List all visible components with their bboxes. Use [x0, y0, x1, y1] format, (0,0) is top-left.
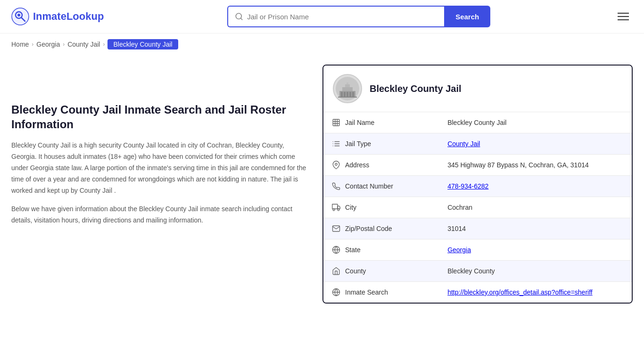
page-desc-1: Bleckley County Jail is a high security …: [11, 140, 308, 196]
row-label-cell: Contact Number: [323, 176, 439, 197]
page-desc-2: Below we have given information about th…: [11, 204, 308, 226]
svg-point-3: [17, 14, 20, 16]
row-label: Address: [345, 161, 369, 169]
row-label: Jail Type: [345, 140, 371, 148]
row-value-link[interactable]: Georgia: [447, 246, 471, 254]
svg-rect-16: [338, 97, 357, 98]
table-row: Contact Number478-934-6282: [323, 176, 632, 197]
table-row: Jail NameBleckley County Jail: [323, 112, 632, 133]
row-label: Inmate Search: [345, 288, 388, 296]
row-label: State: [345, 246, 361, 254]
breadcrumb-home[interactable]: Home: [11, 41, 29, 48]
table-row: Inmate Searchhttp://bleckley.org/offices…: [323, 282, 632, 303]
main-content: Bleckley County Jail Inmate Search and J…: [0, 55, 644, 322]
svg-rect-8: [342, 87, 353, 91]
breadcrumb-county-jail[interactable]: County Jail: [67, 41, 100, 48]
row-value-cell: Cochran: [439, 197, 632, 218]
hamburger-line: [618, 16, 629, 17]
svg-line-5: [241, 18, 242, 19]
breadcrumb-georgia[interactable]: Georgia: [36, 41, 60, 48]
row-value-cell[interactable]: County Jail: [439, 133, 632, 155]
row-value-cell[interactable]: Georgia: [439, 239, 632, 261]
svg-point-32: [338, 209, 339, 211]
row-label: City: [345, 204, 356, 211]
row-value-cell[interactable]: http://bleckley.org/offices_detail.asp?o…: [439, 282, 632, 303]
row-value-cell: 345 Highway 87 Bypass N, Cochran, GA, 31…: [439, 155, 632, 176]
svg-rect-10: [347, 82, 348, 84]
logo[interactable]: InmateLookup: [11, 8, 104, 25]
svg-rect-29: [332, 204, 338, 209]
row-label-cell: Inmate Search: [323, 282, 439, 303]
breadcrumb: Home › Georgia › County Jail › Bleckley …: [0, 33, 644, 55]
svg-point-28: [335, 163, 338, 165]
row-value-cell[interactable]: 478-934-6282: [439, 176, 632, 197]
logo-icon: [11, 8, 29, 25]
svg-rect-12: [344, 92, 346, 97]
search-area: Search: [227, 6, 490, 27]
svg-rect-13: [347, 92, 348, 97]
row-label: Jail Name: [345, 119, 374, 126]
row-value-cell: 31014: [439, 218, 632, 239]
breadcrumb-sep: ›: [63, 41, 65, 48]
row-value-cell: Bleckley County: [439, 261, 632, 282]
hamburger-line: [618, 19, 629, 20]
card-header: Bleckley County Jail: [323, 66, 632, 112]
row-value-link[interactable]: County Jail: [447, 140, 480, 148]
svg-point-31: [333, 209, 335, 211]
svg-rect-9: [345, 84, 350, 87]
search-wrapper: [227, 6, 444, 27]
row-label-cell: State: [323, 239, 439, 261]
info-card: Bleckley County Jail Jail NameBleckley C…: [322, 65, 633, 304]
page-title: Bleckley County Jail Inmate Search and J…: [11, 102, 308, 132]
hamburger-button[interactable]: [614, 9, 633, 24]
search-icon: [235, 12, 243, 21]
svg-rect-17: [333, 119, 339, 126]
table-row: CityCochran: [323, 197, 632, 218]
svg-marker-30: [338, 206, 340, 209]
row-label: County: [345, 267, 366, 275]
breadcrumb-current: Bleckley County Jail: [107, 39, 178, 49]
logo-text: InmateLookup: [33, 10, 104, 23]
table-row: CountyBleckley County: [323, 261, 632, 282]
search-input[interactable]: [247, 13, 438, 21]
courthouse-image: [336, 77, 359, 100]
header: InmateLookup Search: [0, 0, 644, 33]
row-label-cell: Zip/Postal Code: [323, 218, 439, 239]
row-label-cell: County: [323, 261, 439, 282]
info-table: Jail NameBleckley County JailJail TypeCo…: [323, 112, 632, 303]
right-column: Bleckley County Jail Jail NameBleckley C…: [322, 65, 633, 304]
svg-rect-11: [341, 92, 343, 97]
row-value-cell: Bleckley County Jail: [439, 112, 632, 133]
row-label-cell: Jail Type: [323, 133, 439, 155]
row-value-link[interactable]: 478-934-6282: [447, 182, 488, 190]
jail-avatar: [333, 74, 362, 103]
card-title: Bleckley County Jail: [370, 83, 462, 94]
table-row: Address345 Highway 87 Bypass N, Cochran,…: [323, 155, 632, 176]
search-button[interactable]: Search: [444, 6, 490, 27]
table-row: Zip/Postal Code31014: [323, 218, 632, 239]
svg-rect-14: [349, 92, 351, 97]
row-label: Contact Number: [345, 182, 393, 190]
row-value-link[interactable]: http://bleckley.org/offices_detail.asp?o…: [447, 288, 593, 296]
row-label-cell: City: [323, 197, 439, 218]
svg-rect-15: [352, 92, 354, 97]
svg-point-0: [12, 8, 29, 25]
hamburger-line: [618, 13, 629, 14]
breadcrumb-sep: ›: [32, 41, 33, 48]
table-row: Jail TypeCounty Jail: [323, 133, 632, 155]
row-label: Zip/Postal Code: [345, 225, 392, 232]
row-label-cell: Jail Name: [323, 112, 439, 133]
table-row: StateGeorgia: [323, 239, 632, 261]
row-label-cell: Address: [323, 155, 439, 176]
left-column: Bleckley County Jail Inmate Search and J…: [11, 65, 308, 304]
breadcrumb-sep: ›: [103, 41, 105, 48]
